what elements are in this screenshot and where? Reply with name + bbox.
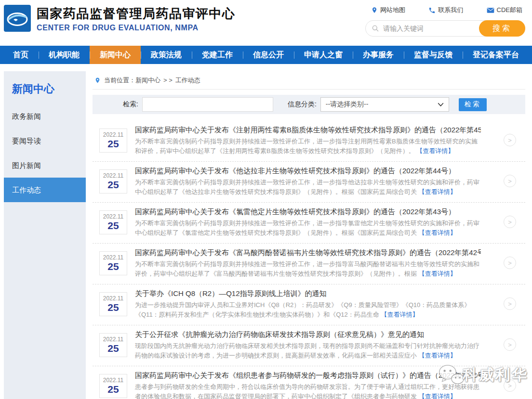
news-text: 关于举办《ICH Q8（R2）—Q12指导原则线上培训》的通知 为进一步推动提升…	[135, 288, 481, 325]
sidebar-menu: 政务新闻 要闻导读 图片新闻 工作动态	[4, 104, 86, 202]
nav-item[interactable]: 监督与反馈	[404, 46, 463, 64]
location-pin-icon	[94, 77, 101, 84]
category-select[interactable]: --请选择类别--	[320, 97, 449, 112]
news-item: 2022.11 25 国家药监局药审中心关于发布《注射用两性霉素B脂质体生物等效…	[93, 121, 525, 162]
news-title[interactable]: 国家药监局药审中心关于发布《富马酸丙酚替诺福韦片生物等效性研究技术指导原则》的通…	[135, 247, 481, 258]
nav-item[interactable]: 办事服务	[353, 46, 404, 64]
arrow-right-icon[interactable]: >	[504, 257, 516, 269]
filter-bar: 检索: 信息分类: --请选择类别-- 检索	[93, 95, 525, 114]
contact-link[interactable]: 联系我们	[428, 6, 463, 14]
site-title: 国家药品监督管理局药品审评中心	[37, 6, 236, 21]
view-details-link[interactable]: 【查看详情】	[419, 188, 456, 195]
chevron-down-icon	[438, 103, 444, 107]
sidebar: 新闻中心 政务新闻 要闻导读 图片新闻 工作动态	[4, 71, 86, 399]
news-text: 国家药监局药审中心关于发布《他达拉非片生物等效性研究技术指导原则》的通告（202…	[135, 165, 481, 202]
news-list: 2022.11 25 国家药监局药审中心关于发布《注射用两性霉素B脂质体生物等效…	[93, 121, 525, 399]
news-summary: 为不断丰富完善仿制药个药指导原则并持续推进一致性评价工作，进一步指导富马酸丙酚替…	[135, 259, 481, 279]
site-header: 国家药品监督管理局药品审评中心 CENTER FOR DRUG EVALUATI…	[0, 0, 532, 46]
nav-item[interactable]: 申请人之窗	[294, 46, 353, 64]
news-title[interactable]: 国家药监局药审中心关于发布《氯雷他定片生物等效性研究技术指导原则》的通告（202…	[135, 206, 481, 217]
news-item: 2022.11 25 关于举办《ICH Q8（R2）—Q12指导原则线上培训》的…	[93, 284, 525, 325]
nav-item[interactable]: 首页	[3, 46, 39, 64]
sitemap-link[interactable]: 网站地图	[371, 6, 405, 14]
news-item: 2022.11 25 国家药监局药审中心关于发布《组织患者参与药物研发的一般考虑…	[93, 366, 525, 399]
news-date: 2022.11 25	[99, 333, 127, 357]
news-date: 2022.11 25	[99, 374, 127, 398]
news-title[interactable]: 关于举办《ICH Q8（R2）—Q12指导原则线上培训》的通知	[135, 288, 481, 299]
news-text: 国家药监局药审中心关于发布《富马酸丙酚替诺福韦片生物等效性研究技术指导原则》的通…	[135, 247, 481, 284]
news-summary: 现阶段国内尚无抗肿瘤光动力治疗药物临床研发相关技术指导原则，现有的指导原则尚不能…	[135, 341, 481, 360]
keyword-input[interactable]	[142, 97, 273, 112]
view-details-link[interactable]: 【查看详情】	[419, 393, 456, 399]
news-title[interactable]: 国家药监局药审中心关于发布《注射用两性霉素B脂质体生物等效性研究技术指导原则》的…	[135, 124, 481, 135]
content-area: 当前位置： 新闻中心 > > 工作动态 检索: 信息分类: --请选择类别-- …	[93, 71, 525, 399]
header-quick-links: 网站地图 联系我们 CDE邮箱	[365, 5, 525, 14]
nav-item[interactable]: 政策法规	[141, 46, 192, 64]
news-date-month: 2022.11	[100, 336, 127, 343]
nav-item[interactable]: 党建工作	[192, 46, 243, 64]
cde-logo[interactable]	[4, 5, 31, 32]
news-date-month: 2022.11	[100, 254, 127, 261]
arrow-right-icon[interactable]: >	[504, 297, 516, 310]
arrow-right-icon[interactable]: >	[504, 338, 516, 351]
news-date: 2022.11 25	[99, 210, 127, 234]
news-date: 2022.11 25	[99, 292, 127, 316]
main-navbar: 首页 机构职能 新闻中心 政策法规 党建工作 信息公开 申请人之窗 办事服务 监…	[0, 46, 532, 64]
view-details-link[interactable]: 【查看详情】	[381, 311, 418, 318]
arrow-right-icon[interactable]: >	[504, 216, 516, 228]
nav-item[interactable]: 登记备案平台	[463, 46, 529, 64]
sidebar-title: 新闻中心	[4, 71, 86, 104]
news-date-day: 25	[100, 138, 127, 150]
sitemap-label: 网站地图	[380, 6, 405, 14]
search-button[interactable]: 搜索	[479, 20, 525, 37]
news-date: 2022.11 25	[99, 169, 127, 193]
news-summary: 为不断丰富完善仿制药个药指导原则并持续推进一致性评价工作，进一步指导氯雷他定片生…	[135, 219, 481, 238]
nav-item[interactable]: 信息公开	[243, 46, 294, 64]
news-date-month: 2022.11	[100, 295, 127, 302]
breadcrumb: 当前位置： 新闻中心 > > 工作动态	[93, 71, 525, 90]
arrow-right-icon[interactable]: >	[504, 134, 516, 146]
header-search: 搜索	[365, 20, 525, 37]
news-item: 2022.11 25 关于公开征求《抗肿瘤光动力治疗药物临床研发技术指导原则（征…	[93, 325, 525, 366]
news-summary: 为不断丰富完善仿制药个药指导原则并持续推进一致性评价工作，进一步指导注射用两性霉…	[135, 137, 481, 156]
news-title[interactable]: 国家药监局药审中心关于发布《组织患者参与药物研发的一般考虑指导原则（试行）》的通…	[135, 370, 481, 381]
search-icon	[372, 25, 379, 32]
news-summary: 为不断丰富完善仿制药个药指导原则并持续推进一致性评价工作，进一步指导他达拉非片生…	[135, 178, 481, 197]
news-item: 2022.11 25 国家药监局药审中心关于发布《他达拉非片生物等效性研究技术指…	[93, 162, 525, 203]
news-item: 2022.11 25 国家药监局药审中心关于发布《氯雷他定片生物等效性研究技术指…	[93, 203, 525, 244]
breadcrumb-current[interactable]: 工作动态	[175, 76, 200, 85]
view-details-link[interactable]: 【查看详情】	[419, 229, 456, 236]
nav-item[interactable]: 新闻中心	[90, 46, 141, 64]
cde-mail-label: CDE邮箱	[497, 6, 522, 14]
news-date-day: 25	[100, 343, 127, 354]
news-item: 2022.11 25 国家药监局药审中心关于发布《富马酸丙酚替诺福韦片生物等效性…	[93, 244, 525, 284]
main-area: 新闻中心 政务新闻 要闻导读 图片新闻 工作动态 当前位置： 新闻中心 > > …	[0, 71, 532, 399]
news-summary: 患者参与到药物研发的全生命周期中，符合以临床价值为导向的药物研发宗旨。为了便于申…	[135, 382, 481, 399]
cde-mail-link[interactable]: CDE邮箱	[487, 6, 522, 14]
news-title[interactable]: 关于公开征求《抗肿瘤光动力治疗药物临床研发技术指导原则（征求意见稿）》意见的通知	[135, 329, 481, 340]
news-title[interactable]: 国家药监局药审中心关于发布《他达拉非片生物等效性研究技术指导原则》的通告（202…	[135, 165, 481, 176]
news-date-day: 25	[100, 179, 127, 191]
site-subtitle: CENTER FOR DRUG EVALUATION, NMPA	[37, 24, 236, 32]
sidebar-item[interactable]: 政务新闻	[4, 104, 86, 129]
nav-item[interactable]: 机构职能	[39, 46, 90, 64]
news-date: 2022.11 25	[99, 251, 127, 275]
news-date-day: 25	[100, 261, 127, 272]
view-details-link[interactable]: 【查看详情】	[419, 270, 456, 277]
contact-label: 联系我们	[438, 6, 463, 14]
breadcrumb-section[interactable]: 新闻中心	[135, 76, 160, 85]
news-date-day: 25	[100, 220, 127, 232]
sidebar-item[interactable]: 工作动态	[4, 178, 86, 202]
view-details-link[interactable]: 【查看详情】	[419, 352, 456, 359]
sidebar-item[interactable]: 图片新闻	[4, 153, 86, 178]
keyword-label: 检索:	[123, 100, 138, 109]
category-label: 信息分类:	[288, 100, 317, 109]
view-details-link[interactable]: 【查看详情】	[416, 147, 454, 154]
arrow-right-icon[interactable]: >	[504, 175, 516, 187]
sidebar-item[interactable]: 要闻导读	[4, 129, 86, 153]
envelope-icon	[487, 7, 494, 13]
news-summary-text: 为进一步推动提升国内审评人员和工业界对ICH《Q8（R2）：药品研发》《Q9：质…	[135, 301, 470, 318]
arrow-right-icon[interactable]: >	[504, 379, 516, 392]
news-date-month: 2022.11	[100, 172, 127, 179]
filter-search-button[interactable]: 检索	[459, 98, 487, 111]
